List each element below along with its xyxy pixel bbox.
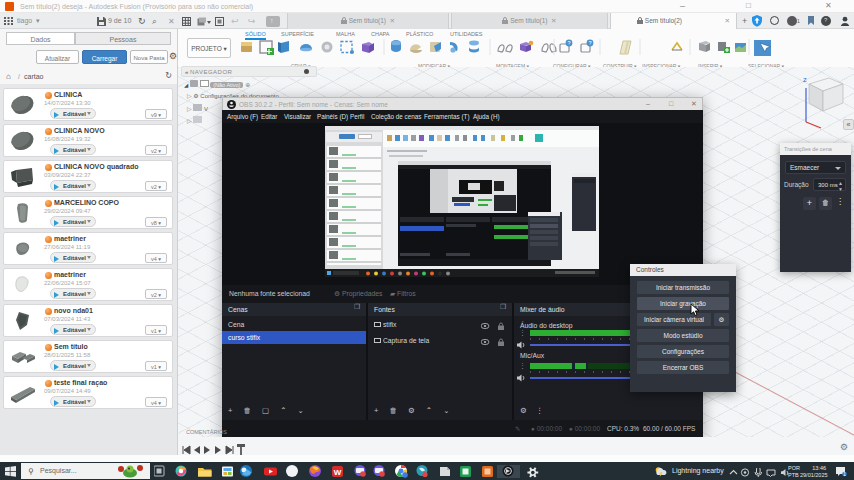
svg-text:Z: Z xyxy=(803,77,807,83)
svg-text:?: ? xyxy=(588,40,591,46)
svg-text:W: W xyxy=(334,468,342,477)
svg-text:?: ? xyxy=(567,40,570,46)
